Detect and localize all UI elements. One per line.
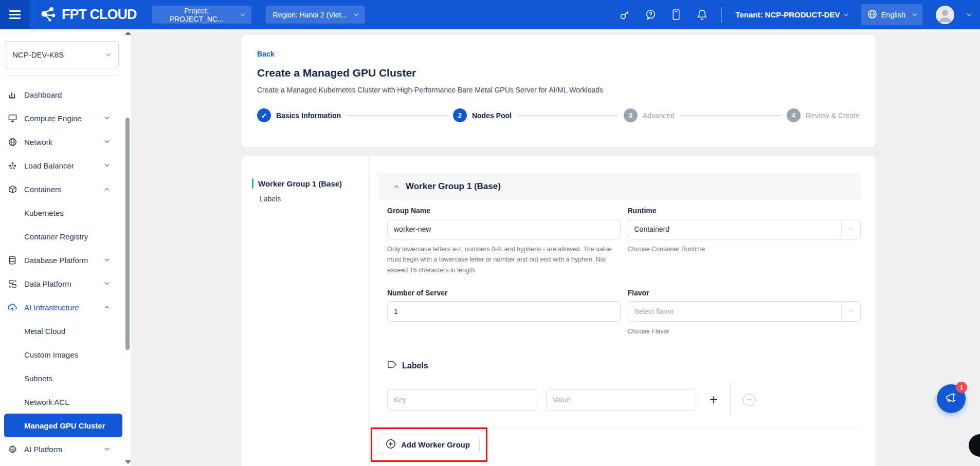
- monitor-icon: [8, 114, 17, 123]
- sidebar-nav: Dashboard Compute Engine Network Load Ba…: [0, 83, 131, 461]
- svg-text:AI: AI: [11, 448, 14, 451]
- step-number-circle: 3: [624, 108, 638, 122]
- region-selector[interactable]: Region: Hanoi 2 (Viet...: [266, 6, 365, 24]
- subnav-group-label: Worker Group 1 (Base): [258, 179, 342, 188]
- chevron-down-icon[interactable]: [967, 11, 971, 15]
- sidebar-item-label: Dashboard: [24, 90, 62, 99]
- chevron-down-icon: [844, 11, 848, 15]
- scroll-down-arrow-icon[interactable]: [125, 460, 131, 464]
- sidebar-item-compute-engine[interactable]: Compute Engine: [0, 106, 131, 130]
- panel-title: Worker Group 1 (Base): [406, 181, 501, 192]
- language-selector[interactable]: English: [861, 4, 922, 25]
- sidebar-item-label: Custom Images: [24, 350, 78, 359]
- tag-icon: [387, 360, 397, 371]
- sidebar-item-ai-infrastructure[interactable]: AI Infrastructure: [0, 295, 131, 319]
- avatar[interactable]: [936, 6, 954, 24]
- collapse-chevron-icon: [394, 185, 398, 189]
- cluster-select[interactable]: NCP-DEV-K8S: [5, 41, 119, 68]
- sidebar-item-container-registry[interactable]: Container Registry: [0, 225, 131, 248]
- sidebar-item-containers[interactable]: Containers: [0, 177, 131, 201]
- sidebar-item-database-platform[interactable]: Database Platform: [0, 248, 131, 272]
- number-of-server-field-block: Number of Server: [387, 289, 621, 337]
- step-basics-information[interactable]: ✓ Basics Information: [257, 108, 341, 122]
- brand-name: FPT CLOUD: [62, 7, 137, 23]
- sidebar-item-label: Load Balancer: [24, 161, 74, 170]
- plus-circle-icon: [386, 439, 396, 451]
- step-check-circle: ✓: [257, 108, 271, 122]
- worker-group-panel-header[interactable]: Worker Group 1 (Base): [378, 173, 861, 200]
- label-key-input[interactable]: [387, 389, 537, 411]
- sidebar-item-dashboard[interactable]: Dashboard: [0, 83, 131, 106]
- sidebar: NCP-DEV-K8S Dashboard Compute Engine Net…: [0, 29, 131, 466]
- chevron-down-icon: [105, 115, 109, 119]
- project-selector[interactable]: Project: PROJECT_NC...: [152, 6, 251, 24]
- sidebar-item-network[interactable]: Network: [0, 130, 131, 154]
- sidebar-scrollbar[interactable]: [125, 29, 130, 466]
- add-label-row-button[interactable]: +: [710, 393, 718, 407]
- bar-chart-icon: [8, 90, 17, 99]
- sidebar-item-label: Network ACL: [24, 398, 69, 406]
- step-nodes-pool[interactable]: 2 Nodes Pool: [453, 108, 512, 122]
- notifications-bell-icon[interactable]: [696, 9, 708, 21]
- add-worker-group-button[interactable]: Add Worker Group: [378, 435, 480, 454]
- back-link[interactable]: Back: [257, 50, 274, 58]
- top-header: FPT CLOUD Project: PROJECT_NC... Region:…: [0, 0, 980, 29]
- page-subtitle: Create a Managed Kubernetes Cluster with…: [257, 86, 860, 94]
- step-advanced[interactable]: 3 Advanced: [624, 108, 675, 122]
- step-label: Advanced: [643, 111, 675, 120]
- sidebar-item-ai-platform[interactable]: AI AI Platform: [0, 437, 131, 461]
- runtime-select[interactable]: Containerd: [628, 219, 861, 239]
- sidebar-item-label: Subnets: [24, 374, 52, 383]
- sidebar-item-label: AI Platform: [24, 445, 62, 454]
- support-chat-icon[interactable]: [644, 9, 657, 21]
- step-connector: [681, 115, 781, 116]
- notification-badge: 1: [956, 382, 967, 393]
- flavor-select[interactable]: Select flavor: [628, 301, 861, 322]
- project-selector-label: Project: PROJECT_NC...: [159, 7, 234, 23]
- form-row-2: Number of Server Flavor Select flavor Ch…: [378, 289, 861, 337]
- region-selector-label: Region: Hanoi 2 (Viet...: [273, 11, 348, 19]
- sidebar-item-network-acl[interactable]: Network ACL: [0, 390, 131, 414]
- labels-section-title: Labels: [402, 361, 428, 370]
- sidebar-item-load-balancer[interactable]: Load Balancer: [0, 154, 131, 177]
- group-name-helper: Only lowercase letters a-z, numbers 0-9,…: [387, 244, 617, 275]
- stepper: ✓ Basics Information 2 Nodes Pool 3 Adva…: [257, 108, 860, 122]
- sidebar-item-kubernetes[interactable]: Kubernetes: [0, 201, 131, 225]
- nodes-pool-card: Worker Group 1 (Base) Labels Worker Grou…: [242, 156, 875, 466]
- number-of-server-input[interactable]: [387, 301, 621, 322]
- chevron-down-icon: [105, 162, 109, 166]
- tenant-selector[interactable]: Tenant: NCP-PRODUCT-DEV: [735, 10, 848, 19]
- chevron-up-icon: [105, 188, 109, 192]
- check-icon: ✓: [261, 111, 267, 120]
- flavor-helper: Choose Flavor: [628, 326, 861, 337]
- subnav-item-labels[interactable]: Labels: [260, 195, 369, 203]
- flavor-label: Flavor: [628, 289, 861, 297]
- nodes-icon: [8, 161, 17, 170]
- subnav-item-worker-group-1[interactable]: Worker Group 1 (Base): [252, 178, 369, 189]
- sidebar-item-data-platform[interactable]: Data Platform: [0, 272, 131, 295]
- label-value-input[interactable]: [546, 389, 696, 411]
- step-connector: [347, 115, 447, 116]
- group-name-input[interactable]: [387, 219, 621, 239]
- labels-row-divider: [730, 382, 731, 417]
- chevron-down-icon: [105, 281, 109, 285]
- announcements-fab[interactable]: 1: [937, 384, 966, 413]
- sidebar-item-label: AI Infrastructure: [24, 303, 79, 312]
- sidebar-item-custom-images[interactable]: Custom Images: [0, 343, 131, 366]
- key-icon[interactable]: [619, 9, 631, 21]
- sidebar-item-metal-cloud[interactable]: Metal Cloud: [0, 319, 131, 343]
- sidebar-item-label: Managed GPU Cluster: [24, 421, 105, 430]
- step-connector: [518, 115, 618, 116]
- sidebar-item-managed-gpu-cluster[interactable]: Managed GPU Cluster: [4, 414, 122, 437]
- chip-icon: AI: [8, 444, 17, 454]
- sidebar-item-subnets[interactable]: Subnets: [0, 366, 131, 390]
- fpt-molecule-icon: [38, 5, 58, 25]
- step-review-create[interactable]: 4 Review & Create: [787, 108, 860, 122]
- device-icon[interactable]: [670, 9, 682, 21]
- remove-label-row-button[interactable]: −: [743, 394, 756, 406]
- scrollbar-thumb[interactable]: [125, 118, 130, 350]
- scroll-up-arrow-icon[interactable]: [125, 31, 131, 35]
- chevron-down-icon: [105, 139, 109, 143]
- package-icon: [8, 184, 17, 194]
- sidebar-toggle-button[interactable]: [0, 0, 30, 29]
